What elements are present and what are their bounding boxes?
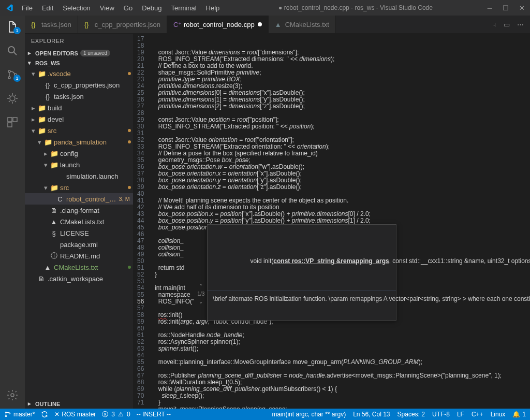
cursor-position-status[interactable]: Ln 56, Col 13: [353, 411, 390, 418]
tree-item--clang-format[interactable]: 🗎.clang-format: [25, 205, 133, 216]
workspace-header[interactable]: ▾ ROS_WS: [25, 58, 133, 68]
tree-item-launch[interactable]: ▾📁launch: [25, 159, 133, 170]
explorer-badge: 1: [13, 27, 21, 34]
tab-label: c_cpp_properties.json: [95, 21, 160, 28]
tree-item--catkin_workspace[interactable]: 🗎.catkin_workspace: [25, 273, 133, 284]
tree-item-tasks-json[interactable]: {}tasks.json: [25, 91, 133, 102]
file-icon: 📁: [38, 104, 45, 112]
menu-debug[interactable]: Debug: [138, 2, 166, 14]
file-name: LICENSE: [60, 229, 133, 237]
menu-bar: FileEditSelectionViewGoDebugTerminalHelp: [18, 2, 224, 14]
explorer-sidebar: Explorer ▸ Open Editors 1 unsaved ▾ ROS_…: [25, 34, 133, 409]
tree-item-config[interactable]: ▸📁config: [25, 148, 133, 159]
activity-bar: 1 1: [0, 16, 25, 409]
tree-item--vscode[interactable]: ▾📁.vscode: [25, 68, 133, 79]
tree-item-build[interactable]: ▸📁build: [25, 102, 133, 113]
file-name: .catkin_workspace: [48, 275, 133, 283]
chevron-icon: ▾: [31, 127, 35, 135]
indent-status[interactable]: Spaces: 2: [398, 411, 425, 418]
explorer-icon[interactable]: 1: [6, 21, 19, 33]
git-modified-icon: [128, 129, 131, 132]
chevron-icon: ▾: [31, 70, 35, 78]
chevron-icon: ▸: [31, 115, 35, 123]
tab-CMakeLists-txt[interactable]: ▲CMakeLists.txt: [269, 16, 336, 33]
svg-point-1: [8, 70, 10, 73]
open-editors-header[interactable]: ▸ Open Editors 1 unsaved: [25, 48, 133, 58]
tree-item-CMakeLists-txt[interactable]: ▲CMakeLists.txt: [25, 216, 133, 227]
window-title: ● robot_control_node.cpp - ros_ws - Visu…: [224, 4, 487, 11]
file-icon: {}: [44, 81, 51, 89]
git-branch-status[interactable]: master*: [4, 411, 35, 418]
git-sync-status[interactable]: [41, 411, 48, 418]
file-icon: {}: [44, 93, 51, 100]
eol-status[interactable]: LF: [457, 411, 464, 418]
svg-rect-5: [8, 118, 12, 122]
menu-selection[interactable]: Selection: [58, 2, 94, 14]
tree-item-src[interactable]: ▾📁src: [25, 182, 133, 193]
file-icon: ▲: [44, 264, 51, 271]
git-modified-icon: [128, 186, 131, 189]
ros-master-status[interactable]: ✕ ROS master: [54, 411, 96, 418]
tree-item-panda_simulation[interactable]: ▾📁panda_simulation: [25, 136, 133, 148]
language-status[interactable]: C++: [472, 411, 483, 418]
status-bar: master* ✕ ROS master ⓧ3 ⚠0 -- INSERT -- …: [0, 409, 530, 420]
notifications-status[interactable]: 🔔1: [512, 411, 526, 418]
debug-icon[interactable]: [6, 92, 19, 105]
git-untracked-icon: [128, 266, 131, 269]
file-icon: 📁: [50, 161, 57, 169]
tree-item-devel[interactable]: ▸📁devel: [25, 113, 133, 125]
more-actions-icon[interactable]: ⋯: [517, 21, 524, 28]
menu-help[interactable]: Help: [202, 2, 224, 14]
minimap[interactable]: [502, 34, 526, 409]
file-icon: 📁: [50, 184, 57, 192]
maximize-icon[interactable]: ☐: [503, 4, 509, 12]
split-editor-icon[interactable]: ⫞: [493, 21, 496, 28]
tree-item-README-md[interactable]: ⓘREADME.md: [25, 250, 133, 262]
menu-view[interactable]: View: [96, 2, 119, 14]
tab-c_cpp_properties-json[interactable]: {}c_cpp_properties.json: [78, 16, 167, 33]
code-editor[interactable]: 1718192021222324252627282930313233343536…: [133, 34, 530, 409]
git-modified-icon: [128, 72, 131, 75]
file-icon: §: [50, 229, 57, 237]
file-name: robot_control_nod…: [66, 195, 116, 203]
line-gutter: 1718192021222324252627282930313233343536…: [133, 34, 151, 409]
tree-item-c_cpp_properties-json[interactable]: {}c_cpp_properties.json: [25, 79, 133, 91]
file-name: README.md: [60, 252, 133, 260]
os-status[interactable]: Linux: [491, 411, 506, 418]
encoding-status[interactable]: UTF-8: [432, 411, 450, 418]
search-icon[interactable]: [6, 45, 19, 57]
tree-item-simulation-launch[interactable]: simulation.launch: [25, 170, 133, 182]
svg-point-0: [8, 47, 14, 53]
tab-tasks-json[interactable]: {}tasks.json: [25, 16, 78, 33]
source-control-icon[interactable]: 1: [6, 68, 19, 81]
problems-status[interactable]: ⓧ3 ⚠0: [102, 410, 130, 419]
function-context-status[interactable]: main(int argc, char ** argv): [272, 411, 346, 418]
settings-icon[interactable]: [6, 389, 19, 401]
menu-file[interactable]: File: [18, 2, 37, 14]
svg-point-8: [11, 394, 14, 397]
tree-item-package-xml[interactable]: package.xml: [25, 239, 133, 250]
menu-terminal[interactable]: Terminal: [167, 2, 200, 14]
file-name: .clang-format: [60, 207, 133, 214]
svg-point-4: [10, 96, 15, 101]
menu-edit[interactable]: Edit: [38, 2, 57, 14]
close-icon[interactable]: ✕: [519, 4, 525, 12]
tree-item-robot_control_nod-[interactable]: Crobot_control_nod…3, M: [25, 193, 133, 205]
menu-go[interactable]: Go: [120, 2, 137, 14]
tree-item-src[interactable]: ▾📁src: [25, 125, 133, 136]
minimize-icon[interactable]: ─: [488, 4, 492, 12]
tree-item-LICENSE[interactable]: §LICENSE: [25, 227, 133, 239]
tree-item-CMakeLists-txt[interactable]: ▲CMakeLists.txt: [25, 262, 133, 273]
extensions-icon[interactable]: [6, 116, 19, 128]
file-name: src: [60, 184, 125, 192]
file-name: panda_simulation: [54, 138, 125, 146]
chevron-icon: ▾: [37, 138, 41, 146]
svg-point-2: [8, 77, 10, 79]
file-tree: ▾📁.vscode{}c_cpp_properties.json{}tasks.…: [25, 68, 133, 284]
outline-header[interactable]: ▸ Outline: [25, 399, 133, 409]
tab-robot_control_node-cpp[interactable]: C⁺robot_control_node.cpp: [167, 16, 269, 33]
tab-label: CMakeLists.txt: [285, 21, 329, 28]
svg-rect-7: [8, 123, 12, 127]
signature-nav[interactable]: ⌃1/3⌄: [197, 283, 204, 305]
toggle-panel-icon[interactable]: ▭: [504, 21, 510, 28]
